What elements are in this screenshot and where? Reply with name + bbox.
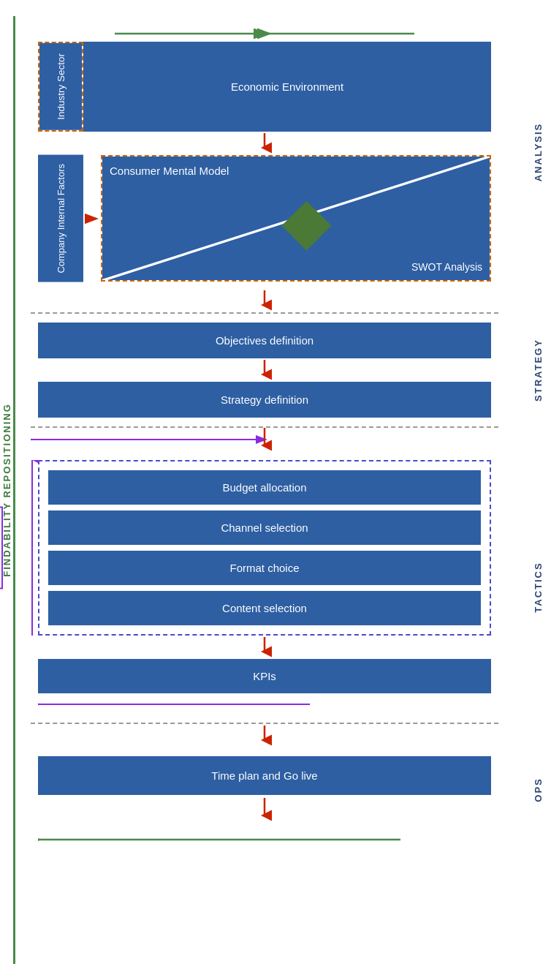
red-arrow-svg-5 xyxy=(257,637,272,657)
kpis-box: KPIs xyxy=(38,659,491,693)
red-arrow-svg-1 xyxy=(257,133,272,154)
findability-repositioning-label: FINDABILITY REPOSITIONING xyxy=(1,403,12,577)
top-row: Industry Sector Economic Environment xyxy=(38,42,491,132)
middle-row: Company Internal Factors xyxy=(38,155,491,282)
consumer-mental-model-text: Consumer Mental Model xyxy=(110,164,229,178)
red-arrow-right xyxy=(83,155,101,282)
arrow-between-strategy xyxy=(38,360,491,380)
arrow-before-tactics xyxy=(31,428,498,451)
green-vertical-line xyxy=(13,16,15,964)
strategy-def-box: Strategy definition xyxy=(38,382,491,418)
top-green-arrows-svg xyxy=(107,26,422,42)
red-arrow-svg-2 xyxy=(257,290,272,311)
time-plan-box: Time plan and Go live xyxy=(38,756,491,795)
purple-arrow-left-svg xyxy=(38,696,310,712)
company-factors-box: Company Internal Factors xyxy=(38,155,83,282)
format-choice-box: Format choice xyxy=(48,551,481,585)
green-arrow-bottom-svg xyxy=(38,832,400,848)
arrow-before-kpis xyxy=(38,637,491,657)
swot-text: SWOT Analysis xyxy=(411,261,482,273)
diagram-container: FINDABILITY REPOSITIONING ANALYSIS xyxy=(0,0,551,980)
tactics-label: TACTICS xyxy=(533,562,544,612)
tactics-section: TACTICS REFINEMENT xyxy=(31,451,498,724)
arrow-before-ops xyxy=(31,725,498,746)
red-arrow-svg-6 xyxy=(257,725,272,746)
purple-loop-line xyxy=(25,460,39,636)
objectives-box: Objectives definition xyxy=(38,323,491,358)
red-arrow-svg-4 xyxy=(257,428,272,451)
analysis-section: ANALYSIS xyxy=(31,15,498,289)
red-arrow-svg-7 xyxy=(257,798,272,821)
red-arrow-right-svg xyxy=(85,212,99,225)
content-selection-box: Content selection xyxy=(48,591,481,625)
green-arrow-bottom xyxy=(31,832,498,848)
analysis-label: ANALYSIS xyxy=(533,122,544,181)
industry-sector-box: Industry Sector xyxy=(39,43,82,130)
top-arrows xyxy=(38,26,491,42)
arrow-before-strategy xyxy=(31,290,498,311)
purple-arrow-left-row xyxy=(38,696,491,712)
red-arrow-svg-3 xyxy=(257,360,272,380)
channel-selection-box: Channel selection xyxy=(48,510,481,545)
tactics-blue-dashed: Budget allocation Channel selection Form… xyxy=(38,460,491,636)
strategy-label: STRATEGY xyxy=(533,339,544,402)
ops-label: OPS xyxy=(533,777,544,802)
arrow-after-economic xyxy=(38,133,491,154)
consumer-mental-model-wrapper: Consumer Mental Model SWOT Analysis xyxy=(101,155,491,282)
strategy-section: STRATEGY Objectives definition Strategy xyxy=(31,312,498,428)
refinement-wrapper: REFINEMENT Budget allocation xyxy=(38,460,491,636)
budget-allocation-box: Budget allocation xyxy=(48,470,481,505)
industry-sector-wrapper: Industry Sector xyxy=(38,42,83,132)
economic-env-box: Economic Environment xyxy=(83,42,491,132)
flow-wrapper: ANALYSIS xyxy=(31,15,498,848)
ops-section: OPS Time plan and Go live xyxy=(31,747,498,832)
arrow-bottom xyxy=(38,798,491,821)
